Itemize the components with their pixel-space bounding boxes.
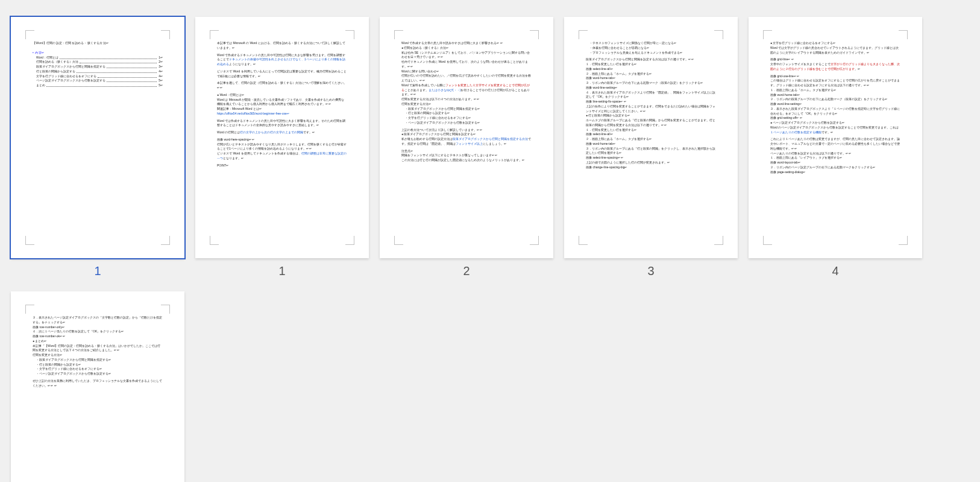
crop-mark	[899, 30, 908, 39]
toc-heading: • 内容↵	[33, 51, 163, 55]
section-heading: まとめ↵	[33, 339, 163, 344]
paragraph: 画像 change-line-spacing-big↵	[586, 165, 716, 170]
paragraph: 文章中のフォントサイズを大きくすることで文字が１行のグリッド線よりも大きくなった…	[770, 62, 900, 72]
paragraph: 上記の値で次図のように選択した行の行間が変更されます。↵	[586, 160, 716, 165]
paragraph: 上記の各方法ついて次項より詳しく解説していきます。↵ ↵	[401, 128, 532, 133]
paragraph: この場合はグリッド線に合わせる設定をオフにすることで行間の広がりを元に戻すことが…	[770, 78, 900, 88]
paragraph: 画像 grid-line↵ ↵	[770, 57, 900, 62]
paragraph: ４．表示された段落ダイアログボックスより行間を「固定値」、間隔をフォントサイズ以…	[586, 90, 716, 100]
crop-mark	[210, 30, 219, 39]
paragraph: Word では作成するドキュメントの見た目や可読性に大きく影響を与えます。そのた…	[217, 119, 347, 128]
page-body: 【Word】行間の設定：行間を詰める・狭くする方法↵• 内容↵Word：行間とは…	[33, 41, 163, 236]
paragraph: 関連記事：Microsoft Word とは↵	[217, 107, 347, 112]
paragraph: 行間を変更する方法は以下の４つの方法があります。↵ ↵	[401, 97, 532, 102]
crop-mark	[579, 236, 588, 245]
page-number-label: 2	[463, 264, 470, 278]
thumbnail-1[interactable]: 本記事では Microsoft の Word における、行間を詰める・狭くする方…	[195, 17, 369, 278]
text-run: です。↵	[303, 130, 315, 134]
paragraph: 画像 page-setting-dialog↵	[770, 170, 900, 175]
thumbnail-2[interactable]: Word で作成する文章の見た目や読みやすさは行間に大きく影響される↵ ↵行間を…	[380, 17, 553, 278]
paragraph: 画像 word-home-tab↵	[586, 142, 716, 147]
list-item: 文字を行グリッド線に合わせるをオフにする↵	[33, 367, 163, 372]
paragraph: Word で作成する文章の見た目や読みやすさは行間に大きく影響される↵ ↵	[401, 41, 532, 46]
page-number-label: 1	[278, 264, 285, 278]
text-run: ことがあります。	[404, 88, 429, 92]
paragraph: Word に関する問い合わせ↵	[401, 69, 532, 74]
paragraph: Word では文字がグリッド線の見合わせてレイアウトされるようにできます。グリッ…	[770, 46, 900, 55]
toc-leader	[107, 65, 157, 68]
paragraph: 画像 select-line-all↵	[586, 67, 716, 72]
toc-entry: 行と段落の間隔から設定する4↵	[36, 69, 163, 74]
thumbnail-3[interactable]: テキストやフォントサイズに関係なく行間が常に一定になる↵体裁を行間に合わせること…	[564, 17, 738, 278]
paragraph: Word の行間とは行の文字の上から次の行の文字の上までの間隔です。↵	[217, 130, 347, 135]
toc-entry: 段落ダイアログボックスから行間と間隔を指定する3↵	[36, 65, 163, 69]
page-number-label: 4	[832, 264, 838, 278]
paragraph: 間隔をフォントサイズ以下にするとテキストが重なってしまいます↵ ↵	[401, 153, 532, 158]
list-item: 行と段落の間隔から設定する↵	[33, 363, 163, 367]
paragraph: 画像 row-number-ok↵ ↵	[33, 334, 163, 339]
toc-leader	[98, 74, 157, 78]
paragraph: ぜひ上記の方法を業務に利用していただき、プロフェッショナルな文書を作成できるよう…	[33, 379, 163, 388]
list-item: 段落ダイアログボックスから行間と間隔を指定する↵	[33, 358, 163, 363]
page-number-label: 1	[94, 264, 101, 278]
list-item: 体裁を行間に合わせることが容易になる↵	[586, 46, 716, 51]
paragraph: 画像 word-here-spacing↵ ↵	[217, 138, 347, 142]
crop-mark	[530, 236, 539, 245]
text-run: ようになります。↵	[229, 62, 256, 66]
crop-mark	[394, 236, 403, 245]
text-run: となります。↵	[223, 156, 243, 160]
thumbnail-5[interactable]: ３．表示されたページ設定ダイアログボックスの「文字数と行数の設定」から「行数だけ…	[11, 291, 184, 482]
crop-mark	[25, 305, 34, 314]
text-run: にしましょう。↵	[483, 142, 506, 145]
row-1: 【Word】行間の設定：行間を詰める・狭くする方法↵• 内容↵Word：行間とは…	[11, 17, 969, 278]
toc-entry: 文字を行グリッド線に合わせるをオフにする4↵	[36, 74, 163, 79]
toc-title: 行間を詰める（狭くする）方法	[36, 60, 78, 65]
paragraph: 社内でドキュメント作成に Word を使用しており、次のような問い合わせが来るこ…	[401, 60, 532, 69]
paragraph: https://office54.net/office365/word-begi…	[217, 112, 347, 116]
paragraph: １．画面上部にある「レイアウト」タブを選択する↵	[770, 156, 900, 160]
paragraph: ２．画面上部にある「ホーム」タブを選択する↵	[586, 72, 716, 77]
paragraph: 画像 word-home-tab↵	[586, 76, 716, 81]
crop-mark	[161, 305, 170, 314]
section-heading: 行間を詰める（狭くする）方法↵	[401, 46, 532, 51]
text-run: です。↵	[821, 130, 833, 134]
text-run: 。↵	[855, 67, 860, 71]
thumbnail-4[interactable]: 文字を行グリッド線に合わせるをオフにする↵Word では文字がグリッド線の見合わ…	[749, 17, 922, 278]
thumbnail-0[interactable]: 【Word】行間の設定：行間を詰める・狭くする方法↵• 内容↵Word：行間とは…	[11, 17, 184, 278]
text-run: ビジネスで Word を使用してドキュメントを作成する場合は、	[217, 151, 301, 155]
crop-mark	[763, 30, 772, 39]
toc-title: 段落ダイアログボックスから行間と間隔を指定する	[36, 65, 105, 69]
paragraph: ３．リボン内の段落グループの右下にある起動マーク（段落の設定）をクリックする↵	[586, 81, 716, 86]
toc-leader	[77, 69, 157, 73]
toc-title: 文字を行グリッド線に合わせるをオフにする	[36, 74, 96, 79]
section-heading: Word：行間とは↵	[217, 93, 347, 98]
paragraph: ３．表示されたページ設定ダイアログボックスの「文字数と行数の設定」から「行数だけ…	[33, 316, 163, 325]
crop-mark	[394, 30, 403, 39]
paragraph: この方法には行と行の間隔が設定した固定値になるため次のようなメリットがあります。…	[401, 158, 532, 163]
crop-mark	[161, 236, 170, 245]
list-item: 文字を行グリッド線に合わせるをオフにする↵	[401, 116, 532, 121]
toc-title: Word：行間とは	[36, 55, 58, 60]
toc-leader	[80, 60, 157, 63]
paragraph: 行間が広いので行間を詰めたい。／行間を広げて読みやすくしたいので行間を変更する方…	[401, 74, 532, 83]
crop-mark	[530, 30, 539, 39]
paragraph: ４．次に１ページ当たりの行数を設定して「OK」をクリックする↵	[33, 329, 163, 334]
toc-page: 3↵	[158, 65, 163, 69]
paragraph: 画像 row-number-only↵	[33, 325, 163, 330]
paragraph: ビジネスで Word を使用してドキュメントを作成する場合は、行間の調整は非常に…	[217, 151, 347, 161]
text-run: １ページあたりの行数を指定する機能	[770, 130, 821, 134]
paragraph: 私は社内 SE（システムエンジニア）をしており、パソコンやアプリケーションに関す…	[401, 51, 532, 60]
paragraph: 上記の操作により行間を変更することができます。行間をできるだけ詰めたい場合は間隔…	[586, 104, 716, 114]
list-item: テキストやフォントサイズに関係なく行間が常に一定になる↵	[586, 41, 716, 46]
paragraph: これにより１ページあたりの行数は変更できますが、行間の見た目に合わせて設定されま…	[770, 137, 900, 151]
list-item: ページ設定ダイアログボックスから行数を設定する↵	[401, 121, 532, 125]
paragraph: ２．リボン内のページ設定グループの右下にある起動マークをクリックする↵	[770, 165, 900, 170]
page-preview: 文字を行グリッド線に合わせるをオフにする↵Word では文字がグリッド線の見合わ…	[749, 17, 922, 258]
list-item: 行と段落の間隔から設定する↵	[401, 111, 532, 116]
paragraph: 注意点↵	[401, 149, 532, 154]
toc-title: まとめ	[36, 83, 45, 88]
text-run: 行の文字の上から次の行の文字の上までの間隔	[240, 130, 303, 134]
paragraph: 画像 word-layout-tab↵	[770, 160, 900, 165]
paragraph: 画像 word-home-tab↵	[770, 93, 900, 98]
section-heading: 行と段落の間隔から設定する↵	[586, 113, 716, 118]
